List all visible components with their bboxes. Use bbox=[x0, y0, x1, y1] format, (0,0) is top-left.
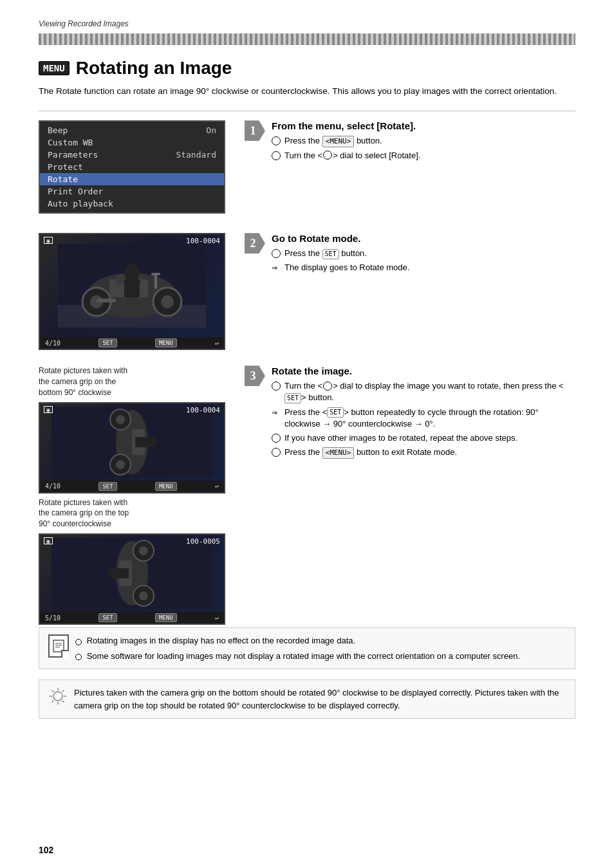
svg-point-6 bbox=[161, 295, 174, 308]
menu-badge: MENU bbox=[39, 61, 70, 75]
svg-rect-31 bbox=[116, 568, 129, 578]
screen-bottom-3: 5/10 SET MENU ↩ bbox=[40, 612, 224, 623]
screen-counter-2: 4/10 bbox=[45, 483, 60, 490]
note-icon bbox=[48, 634, 69, 658]
camera-screen-1: ▣ 100-0004 bbox=[39, 233, 225, 350]
step2-title: Go to Rotate mode. bbox=[272, 233, 409, 244]
dial-icon-2 bbox=[323, 382, 332, 391]
page: Viewing Recorded Images MENU Rotating an… bbox=[0, 0, 614, 868]
svg-rect-11 bbox=[97, 299, 116, 302]
svg-point-36 bbox=[53, 692, 62, 701]
menu-item-beep: Beep On bbox=[40, 124, 224, 136]
arrow-bullet-2: ⇒ bbox=[272, 408, 281, 418]
step2-content: Go to Rotate mode. Press the SET button.… bbox=[272, 233, 409, 276]
step2-bullet-1: Press the SET button. bbox=[272, 248, 409, 259]
frame-icon-2: ▣ bbox=[44, 406, 53, 413]
step1-bullet1-text: Press the <MENU> button. bbox=[284, 135, 382, 147]
camera-screen-inner-2: ▣ 100-0004 bbox=[40, 403, 224, 481]
step1-right: 1 From the menu, select [Rotate]. Press … bbox=[245, 120, 575, 220]
step3-section: Rotate pictures taken with the camera gr… bbox=[39, 365, 575, 627]
svg-point-28 bbox=[139, 546, 148, 555]
arrow-icon-1: ↩ bbox=[215, 340, 219, 347]
caption2: Rotate pictures taken with the camera gr… bbox=[39, 497, 225, 530]
set-icon-3: SET bbox=[327, 407, 344, 418]
screen-counter-1: 4/10 bbox=[45, 340, 60, 347]
camera-screen-2: ▣ 100-0004 bbox=[39, 402, 225, 494]
svg-rect-10 bbox=[151, 273, 160, 275]
step3-bullet1-text: Turn the <> dial to display the image yo… bbox=[284, 380, 575, 403]
svg-point-26 bbox=[139, 591, 148, 600]
motorcycle-svg-2 bbox=[51, 407, 212, 477]
motorcycle-svg-1 bbox=[58, 244, 206, 328]
top-bar-decoration bbox=[39, 33, 575, 45]
menu-item-protect: Protect bbox=[40, 161, 224, 173]
bullet-circle-icon-2 bbox=[272, 151, 281, 160]
step1-instructions: 1 From the menu, select [Rotate]. Press … bbox=[245, 120, 575, 164]
svg-point-17 bbox=[116, 415, 125, 424]
menu-key-2: <MENU> bbox=[322, 447, 355, 458]
bullet-circle-step3-3 bbox=[272, 434, 281, 443]
svg-line-43 bbox=[62, 690, 64, 692]
frame-icon-1: ▣ bbox=[44, 237, 53, 244]
svg-line-44 bbox=[52, 701, 54, 703]
step2-header: 2 Go to Rotate mode. Press the SET butto… bbox=[245, 233, 575, 276]
step1-bullet-2: Turn the <> dial to select [Rotate]. bbox=[272, 150, 420, 162]
menu-item-printorder: Print Order bbox=[40, 185, 224, 198]
step1-title: From the menu, select [Rotate]. bbox=[272, 120, 420, 131]
svg-point-19 bbox=[116, 460, 125, 469]
step2-number: 2 bbox=[245, 233, 265, 254]
screen-overlay-top-3: ▣ bbox=[44, 537, 53, 544]
step2-bullet2-text: The display goes to Rotate mode. bbox=[284, 262, 409, 273]
svg-rect-22 bbox=[135, 437, 148, 447]
step3-bullet-4: Press the <MENU> button to exit Rotate m… bbox=[272, 447, 575, 458]
menu-item-autoplayback: Auto playback bbox=[40, 198, 224, 210]
motorcycle-svg-3 bbox=[51, 538, 212, 609]
note-line-1: Rotating images in the display has no ef… bbox=[75, 634, 520, 647]
step2-section: ▣ 100-0004 bbox=[39, 233, 575, 353]
note-text: Rotating images in the display has no ef… bbox=[75, 634, 520, 662]
step3-content: Rotate the image. Turn the <> dial to di… bbox=[272, 365, 575, 461]
step3-bullet-2: ⇒ Press the <SET> button repeatedly to c… bbox=[272, 407, 575, 430]
arrow-icon-2: ↩ bbox=[215, 483, 219, 490]
tip-text: Pictures taken with the camera grip on t… bbox=[74, 687, 566, 712]
menu-btn-2: MENU bbox=[155, 482, 177, 491]
tip-svg bbox=[48, 687, 68, 706]
screen-number-3: 100-0005 bbox=[186, 537, 220, 546]
menu-screenshot: Beep On Custom WB Parameters Standard Pr… bbox=[39, 120, 225, 214]
bullet-circle-step2-1 bbox=[272, 249, 281, 258]
screen-bottom-2: 4/10 SET MENU ↩ bbox=[40, 481, 224, 492]
set-btn-1: SET bbox=[98, 338, 116, 347]
step2-bullet-2: ⇒ The display goes to Rotate mode. bbox=[272, 262, 409, 273]
arrow-bullet-1: ⇒ bbox=[272, 263, 281, 273]
step1-number: 1 bbox=[245, 120, 265, 141]
step3-header: 3 Rotate the image. Turn the <> dial to … bbox=[245, 365, 575, 461]
step3-bullet4-text: Press the <MENU> button to exit Rotate m… bbox=[284, 447, 457, 458]
title-row: MENU Rotating an Image bbox=[39, 58, 575, 78]
breadcrumb: Viewing Recorded Images bbox=[39, 19, 575, 28]
caption1: Rotate pictures taken with the camera gr… bbox=[39, 365, 225, 398]
step1-header: 1 From the menu, select [Rotate]. Press … bbox=[245, 120, 575, 164]
step3-title: Rotate the image. bbox=[272, 365, 575, 376]
step3-bullet-3: If you have other images to be rotated, … bbox=[272, 432, 575, 444]
set-icon-2: SET bbox=[284, 393, 301, 403]
step3-images: Rotate pictures taken with the camera gr… bbox=[39, 365, 225, 627]
camera-screen-3: ▣ 100-0005 bbox=[39, 533, 225, 625]
set-btn-2: SET bbox=[98, 482, 116, 491]
screen-overlay-top-1: ▣ bbox=[44, 237, 53, 244]
step3-instructions: 3 Rotate the image. Turn the <> dial to … bbox=[245, 365, 575, 627]
step2-left: ▣ 100-0004 bbox=[39, 233, 225, 353]
page-number: 102 bbox=[39, 845, 53, 855]
step1-bullet2-text: Turn the <> dial to select [Rotate]. bbox=[284, 150, 420, 162]
menu-item-rotate: Rotate bbox=[40, 173, 224, 185]
svg-point-12 bbox=[124, 264, 140, 282]
step1-content: From the menu, select [Rotate]. Press th… bbox=[272, 120, 420, 164]
screen-counter-3: 5/10 bbox=[45, 614, 60, 622]
step1-bullet-1: Press the <MENU> button. bbox=[272, 135, 420, 147]
arrow-icon-3: ↩ bbox=[215, 614, 219, 622]
step3-bullet2-text: Press the <SET> button repeatedly to cyc… bbox=[284, 407, 575, 430]
bullet-circle-icon bbox=[272, 136, 281, 145]
camera-screen-inner-1: ▣ 100-0004 bbox=[40, 234, 224, 337]
menu-key: <MENU> bbox=[322, 136, 355, 147]
page-title: Rotating an Image bbox=[76, 58, 232, 78]
step3-bullet-1: Turn the <> dial to display the image yo… bbox=[272, 380, 575, 403]
